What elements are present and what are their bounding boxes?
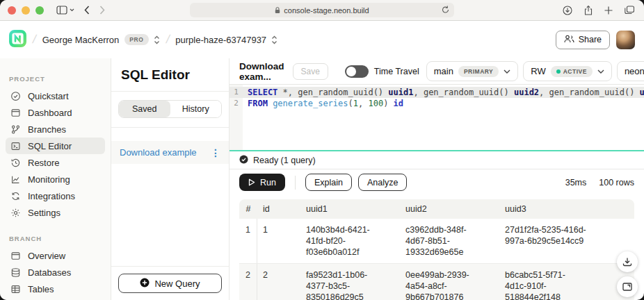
database-select-value: neondb (625, 66, 644, 76)
page-title: SQL Editor (111, 58, 229, 91)
sidebar-toggle-icon[interactable] (56, 6, 74, 15)
share-button[interactable]: Share (556, 31, 610, 49)
address-bar[interactable]: console-stage.neon.build (190, 3, 454, 17)
download-results-button[interactable] (617, 251, 638, 272)
window-icon (10, 107, 21, 118)
tab-overview-icon[interactable] (625, 6, 634, 15)
browser-chrome: console-stage.neon.build (0, 0, 644, 21)
close-window-button[interactable] (8, 6, 16, 15)
query-title: Download exam... (239, 61, 284, 82)
plus-circle-icon (140, 278, 150, 290)
share-page-icon[interactable] (584, 6, 593, 15)
sidebar-item-roles[interactable]: Roles (6, 297, 105, 300)
time-travel-toggle[interactable] (345, 65, 369, 78)
sidebar-item-tables[interactable]: Tables (6, 281, 105, 297)
cell-id: 2 (257, 264, 300, 300)
org-name[interactable]: George MacKerron (42, 35, 120, 45)
download-icon (622, 257, 632, 267)
sidebar-item-label: Dashboard (28, 108, 72, 118)
column-header-uuid1: uuid1 (300, 199, 400, 219)
sidebar-item-databases[interactable]: Databases (6, 264, 105, 281)
gear-icon (10, 207, 21, 218)
run-button-label: Run (260, 178, 276, 188)
back-button[interactable] (84, 6, 90, 15)
sidebar-item-branches[interactable]: Branches (6, 121, 105, 138)
compute-select[interactable]: RW ACTIVE (523, 61, 612, 81)
reload-icon[interactable] (442, 6, 449, 14)
app-header: / George MacKerron PRO / purple-haze-637… (0, 21, 644, 58)
saved-query-name[interactable]: Download example (120, 147, 197, 158)
minimize-window-button[interactable] (22, 6, 30, 15)
neon-logo[interactable] (9, 30, 26, 50)
project-name[interactable]: purple-haze-63747937 (175, 35, 266, 45)
sidebar-item-label: Branches (28, 124, 66, 135)
browser-window: console-stage.neon.build (0, 0, 644, 300)
user-avatar[interactable] (616, 31, 635, 49)
kebab-menu-icon[interactable]: ⋮ (211, 149, 220, 156)
results-table: # id uuid1 uuid2 uuid3 1 1 140b3b4d-6421… (230, 195, 644, 300)
database-select[interactable]: neondb (617, 61, 644, 81)
sidebar-item-label: Overview (28, 251, 65, 261)
project-selector-chevron-icon[interactable] (271, 35, 277, 44)
forward-button[interactable] (99, 6, 105, 15)
sidebar-section-branch: BRANCH (9, 235, 111, 242)
results-header-row: # id uuid1 uuid2 uuid3 (239, 199, 634, 219)
column-header-id: id (257, 199, 300, 219)
query-duration: 35ms (565, 178, 587, 188)
share-button-label: Share (579, 35, 602, 44)
sidebar-item-label: SQL Editor (28, 141, 72, 151)
sidebar-item-label: Settings (28, 208, 61, 218)
query-status-bar: Ready (1 query) (230, 151, 644, 169)
lock-icon (275, 7, 280, 14)
sidebar-item-settings[interactable]: Settings (6, 204, 105, 221)
sidebar-item-dashboard[interactable]: Dashboard (6, 104, 105, 121)
line-number: 2 (230, 98, 243, 109)
chart-icon (10, 174, 21, 185)
explain-button[interactable]: Explain (305, 174, 352, 191)
analyze-button[interactable]: Analyze (358, 174, 407, 191)
sql-code-editor[interactable]: 1 SELECT *, gen_random_uuid() uuid1, gen… (230, 85, 644, 151)
sidebar-item-sql-editor[interactable]: SQL Editor (6, 138, 105, 154)
sidebar-item-integrations[interactable]: Integrations (6, 188, 105, 204)
cell-uuid3: b6cabc51-5f71-4d1c-910f-518844e2f148 (499, 264, 599, 300)
result-row-count: 100 rows (599, 178, 634, 188)
people-icon (564, 35, 574, 45)
new-query-label: New Query (154, 278, 200, 289)
sidebar-item-restore[interactable]: Restore (6, 154, 105, 171)
new-tab-icon[interactable] (604, 6, 613, 15)
table-row: 1 1 140b3b4d-6421-41fd-bf20-f03e6b0a012f… (239, 219, 634, 264)
compute-select-value: RW (531, 66, 545, 76)
sidebar-item-overview[interactable]: Overview (6, 247, 105, 264)
window-icon (10, 250, 21, 261)
branch-select[interactable]: main PRIMARY (426, 61, 519, 81)
sidebar-item-label: Restore (28, 158, 60, 168)
sidebar-item-quickstart[interactable]: Quickstart (6, 88, 105, 104)
history-clock-icon (10, 157, 21, 168)
editor-toolbar: Download exam... Save Time Travel main P… (230, 58, 644, 85)
new-query-button[interactable]: New Query (118, 274, 222, 293)
sidebar: PROJECT Quickstart Dashboard Branches (0, 58, 111, 300)
cell-uuid1: 140b3b4d-6421-41fd-bf20-f03e6b0a012f (300, 219, 400, 263)
tab-saved[interactable]: Saved (119, 101, 170, 117)
org-selector-chevron-icon[interactable] (154, 35, 160, 44)
check-circle-icon (10, 90, 21, 101)
zoom-window-button[interactable] (35, 6, 44, 15)
expand-results-button[interactable] (617, 276, 638, 297)
active-badge: ACTIVE (551, 66, 593, 77)
tab-history[interactable]: History (170, 101, 222, 117)
saved-query-item[interactable]: Download example ⋮ (111, 141, 229, 164)
downloads-icon[interactable] (563, 6, 572, 15)
active-status-dot (556, 69, 561, 74)
line-number: 1 (230, 87, 243, 98)
sidebar-item-monitoring[interactable]: Monitoring (6, 171, 105, 188)
sidebar-item-label: Tables (28, 284, 54, 294)
save-button[interactable]: Save (293, 63, 328, 80)
chevron-down-icon (597, 69, 604, 74)
query-actions: Run Explain Analyze 35ms 100 rows (230, 169, 644, 195)
run-button[interactable]: Run (239, 174, 285, 191)
cell-id: 1 (257, 219, 300, 263)
breadcrumb-separator: / (164, 33, 170, 47)
saved-history-tabs: Saved History (118, 100, 222, 118)
table-icon (10, 283, 21, 294)
cell-num: 1 (239, 219, 257, 263)
